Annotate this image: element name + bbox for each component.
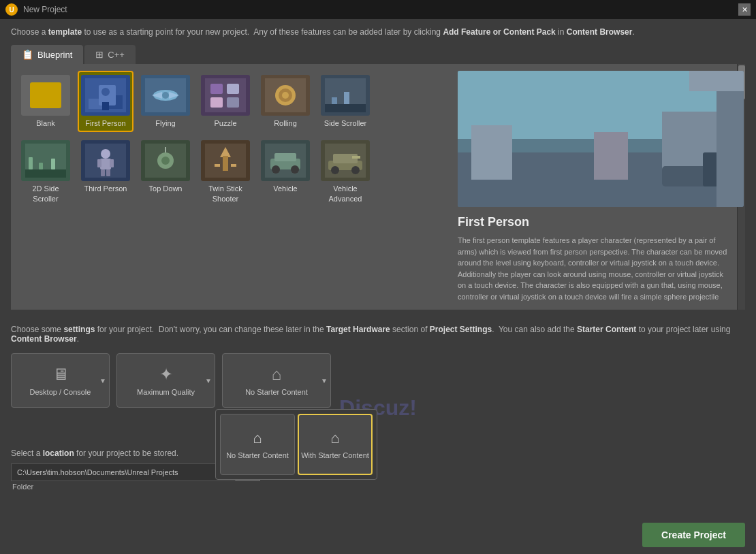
quality-btn[interactable]: ✦ Maximum Quality ▼	[116, 353, 215, 408]
template-vehicleadv-thumb	[321, 140, 370, 181]
titlebar: U New Project ✕	[0, 0, 756, 19]
template-firstperson-label: First Person	[85, 118, 125, 128]
window-title: New Project	[23, 5, 733, 14]
template-sidescroller-thumb	[321, 75, 370, 116]
template-flying-thumb	[141, 75, 190, 116]
svg-point-5	[101, 88, 110, 96]
template-panel: Blank First Person	[11, 64, 745, 310]
template-firstperson[interactable]: First Person	[78, 71, 133, 132]
with-starter-content-btn[interactable]: ⌂ With Starter Content	[298, 414, 373, 475]
svg-rect-12	[210, 84, 223, 94]
template-thirdperson-thumb	[81, 140, 130, 181]
twinstick-svg	[205, 144, 246, 178]
template-2dside-thumb	[21, 140, 70, 181]
quality-dropdown-arrow[interactable]: ▼	[205, 377, 212, 385]
preview-panel: First Person The first person template f…	[451, 64, 737, 310]
topdown-svg	[145, 144, 186, 178]
template-vehicleadv[interactable]: Vehicle Advanced	[317, 136, 373, 208]
svg-rect-31	[100, 159, 111, 169]
svg-rect-35	[106, 169, 110, 176]
platform-desktop-label: Desktop / Console	[30, 388, 91, 396]
tab-blueprint-label: Blueprint	[37, 50, 72, 60]
template-flying-label: Flying	[155, 118, 175, 128]
no-starter-icon: ⌂	[253, 429, 262, 447]
tab-bar: 📋 Blueprint ⊞ C++	[11, 45, 745, 64]
quality-label: Maximum Quality	[137, 388, 195, 396]
puzzle-svg	[205, 78, 246, 112]
template-2dside-label: 2D Side Scroller	[22, 184, 69, 203]
settings-intro: Choose some settings for your project. D…	[11, 325, 745, 344]
template-rolling-label: Rolling	[274, 118, 297, 128]
preview-title: First Person	[458, 215, 730, 229]
svg-point-30	[101, 149, 110, 159]
template-thirdperson[interactable]: Third Person	[78, 136, 133, 208]
vehicleadv-svg	[325, 144, 366, 178]
template-sidescroller-label: Side Scroller	[324, 118, 366, 128]
template-puzzle[interactable]: Puzzle	[198, 71, 253, 132]
create-project-button[interactable]: Create Project	[642, 523, 745, 547]
tab-cpp-label: C++	[108, 50, 125, 60]
svg-point-54	[351, 166, 360, 174]
firstperson-svg	[85, 78, 126, 112]
svg-point-38	[161, 157, 170, 165]
template-vehicle-thumb	[261, 140, 310, 181]
settings-area: Choose some settings for your project. D…	[0, 318, 756, 498]
preview-description: The first person template features a pla…	[458, 235, 730, 303]
with-starter-label: With Starter Content	[301, 451, 369, 459]
template-rolling-thumb	[261, 75, 310, 116]
svg-rect-55	[352, 156, 360, 159]
cpp-icon: ⊞	[95, 49, 104, 60]
vehicle-svg	[265, 144, 306, 178]
svg-rect-44	[231, 164, 236, 167]
sidescroller-svg	[325, 78, 366, 112]
2dside-svg	[25, 144, 66, 178]
svg-rect-21	[325, 104, 366, 112]
svg-point-49	[291, 165, 299, 174]
sparkle-icon: ✦	[159, 365, 173, 384]
template-blank-thumb	[21, 75, 70, 116]
template-topdown-thumb	[141, 140, 190, 181]
main-content: Choose a template to use as a starting p…	[0, 19, 756, 318]
platform-desktop-btn[interactable]: 🖥 Desktop / Console ▼	[11, 353, 110, 408]
svg-rect-65	[689, 71, 744, 91]
template-flying[interactable]: Flying	[138, 71, 193, 132]
tab-cpp[interactable]: ⊞ C++	[84, 45, 136, 64]
no-starter-content-btn[interactable]: ⌂ No Starter Content	[220, 414, 295, 475]
starter-house-icon: ⌂	[272, 365, 282, 384]
preview-scene-svg	[458, 71, 744, 207]
starter-dropdown-popup: ⌂ No Starter Content ⌂ With Starter Cont…	[215, 409, 377, 480]
starter-dropdown-arrow[interactable]: ▼	[321, 377, 328, 385]
template-twinstick[interactable]: Twin Stick Shooter	[198, 136, 253, 208]
template-topdown-label: Top Down	[149, 184, 183, 193]
svg-rect-26	[29, 157, 33, 169]
flying-svg	[145, 78, 186, 112]
template-vehicle-label: Vehicle	[273, 184, 297, 193]
svg-rect-43	[215, 164, 220, 167]
close-button[interactable]: ✕	[738, 3, 751, 16]
template-rolling[interactable]: Rolling	[257, 71, 313, 132]
rolling-svg	[265, 78, 306, 112]
intro-text: Choose a template to use as a starting p…	[11, 27, 745, 37]
template-blank[interactable]: Blank	[18, 71, 74, 132]
template-2dside[interactable]: 2D Side Scroller	[18, 136, 74, 208]
template-puzzle-label: Puzzle	[214, 118, 236, 128]
location-path-input[interactable]	[11, 463, 236, 481]
monitor-icon: 🖥	[52, 365, 69, 384]
template-blank-label: Blank	[36, 118, 55, 128]
with-starter-icon: ⌂	[330, 429, 339, 447]
svg-rect-34	[101, 169, 105, 176]
tab-blueprint[interactable]: 📋 Blueprint	[11, 45, 83, 64]
svg-rect-25	[25, 169, 66, 178]
svg-rect-42	[223, 156, 228, 171]
bottom-bar: Create Project	[0, 516, 756, 554]
location-row: Select a location for your project to be…	[11, 449, 745, 491]
template-vehicle[interactable]: Vehicle	[257, 136, 313, 208]
svg-rect-22	[332, 97, 337, 104]
template-topdown[interactable]: Top Down	[138, 136, 193, 208]
blueprint-icon: 📋	[22, 49, 33, 60]
template-twinstick-thumb	[201, 140, 250, 181]
starter-content-main-btn[interactable]: ⌂ No Starter Content ▼	[222, 353, 331, 408]
template-sidescroller[interactable]: Side Scroller	[317, 71, 373, 132]
svg-rect-23	[344, 92, 349, 104]
desktop-dropdown-arrow[interactable]: ▼	[99, 377, 106, 385]
